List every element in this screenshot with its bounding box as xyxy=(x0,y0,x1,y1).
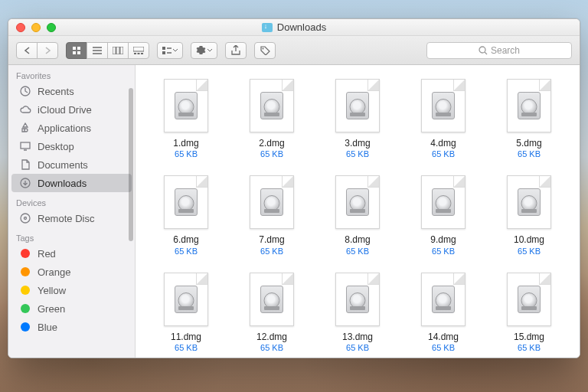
list-view-button[interactable] xyxy=(87,42,108,59)
toolbar: Search xyxy=(8,36,580,65)
finder-window: Downloads xyxy=(8,18,580,358)
sidebar-item-label: Blue xyxy=(38,322,57,333)
disc-icon xyxy=(19,212,31,224)
sidebar-item-label: Desktop xyxy=(38,141,74,152)
file-item[interactable]: 2.dmg 65 KB xyxy=(232,79,312,158)
file-name: 7.dmg xyxy=(259,234,284,245)
sidebar-item-desktop[interactable]: Desktop xyxy=(11,137,132,155)
zoom-button[interactable] xyxy=(47,23,56,32)
dmg-file-icon xyxy=(250,175,294,229)
disk-image-icon xyxy=(175,286,198,313)
file-item[interactable]: 4.dmg 65 KB xyxy=(403,79,483,158)
sidebar-item-label: iCloud Drive xyxy=(38,104,92,116)
dmg-file-icon xyxy=(421,79,466,132)
file-name: 14.dmg xyxy=(428,332,459,342)
dmg-file-icon xyxy=(164,79,208,132)
window-title: Downloads xyxy=(277,21,326,33)
sidebar-item-green[interactable]: Green xyxy=(11,299,132,318)
file-item[interactable]: 12.dmg 65 KB xyxy=(232,273,312,352)
tag-dot-icon xyxy=(21,322,30,332)
svg-rect-4 xyxy=(113,47,116,54)
gallery-view-button[interactable] xyxy=(128,42,149,59)
content-area[interactable]: 1.dmg 65 KB 2.dmg 65 KB 3.dmg 65 KB 4.dm… xyxy=(136,65,580,358)
file-item[interactable]: 11.dmg 65 KB xyxy=(146,273,226,352)
folder-icon xyxy=(262,23,273,32)
disk-image-icon xyxy=(260,188,283,216)
search-icon xyxy=(479,46,488,55)
file-size: 65 KB xyxy=(346,343,369,352)
window-body: FavoritesRecentsiCloud DriveApplications… xyxy=(8,65,580,358)
gear-icon xyxy=(196,45,206,55)
sidebar-item-red[interactable]: Red xyxy=(11,244,132,263)
arrange-group xyxy=(157,42,183,59)
icon-view-button[interactable] xyxy=(66,42,87,59)
minimize-button[interactable] xyxy=(31,23,41,32)
file-item[interactable]: 9.dmg 65 KB xyxy=(403,175,483,255)
file-item[interactable]: 15.dmg 65 KB xyxy=(489,273,569,352)
sidebar-item-recents[interactable]: Recents xyxy=(11,82,132,100)
file-name: 11.dmg xyxy=(171,332,201,342)
forward-button[interactable] xyxy=(37,42,58,59)
sidebar-header: Devices xyxy=(8,192,135,209)
titlebar[interactable]: Downloads xyxy=(8,19,580,36)
close-button[interactable] xyxy=(16,23,25,32)
file-item[interactable]: 14.dmg 65 KB xyxy=(403,273,483,352)
file-grid: 1.dmg 65 KB 2.dmg 65 KB 3.dmg 65 KB 4.dm… xyxy=(136,65,580,358)
sidebar-item-label: Remote Disc xyxy=(38,213,94,224)
disk-image-icon xyxy=(346,286,369,313)
sidebar-item-icloud-drive[interactable]: iCloud Drive xyxy=(11,100,132,119)
file-size: 65 KB xyxy=(175,149,198,158)
search-field[interactable]: Search xyxy=(426,42,572,59)
disk-image-icon xyxy=(260,286,283,313)
file-item[interactable]: 6.dmg 65 KB xyxy=(146,175,226,255)
file-size: 65 KB xyxy=(518,343,541,352)
file-item[interactable]: 8.dmg 65 KB xyxy=(318,175,397,255)
file-name: 2.dmg xyxy=(259,138,284,149)
svg-point-19 xyxy=(24,217,27,220)
file-name: 9.dmg xyxy=(430,234,456,245)
arrange-button[interactable] xyxy=(157,42,183,59)
file-item[interactable]: 1.dmg 65 KB xyxy=(146,79,226,158)
back-button[interactable] xyxy=(16,42,38,59)
disk-image-icon xyxy=(175,92,198,119)
column-view-button[interactable] xyxy=(107,42,129,59)
chevron-left-icon xyxy=(24,47,31,54)
share-button[interactable] xyxy=(225,42,247,59)
sidebar-item-documents[interactable]: Documents xyxy=(11,155,132,174)
file-item[interactable]: 3.dmg 65 KB xyxy=(318,79,397,158)
disk-image-icon xyxy=(432,286,455,313)
tags-button[interactable] xyxy=(254,42,276,59)
file-item[interactable]: 7.dmg 65 KB xyxy=(232,175,312,255)
file-item[interactable]: 13.dmg 65 KB xyxy=(318,273,397,352)
gallery-icon xyxy=(133,47,144,54)
sidebar: FavoritesRecentsiCloud DriveApplications… xyxy=(8,65,136,358)
document-icon xyxy=(19,158,31,171)
sidebar-item-label: Yellow xyxy=(38,285,66,296)
sidebar-scrollbar[interactable] xyxy=(129,88,133,241)
file-size: 65 KB xyxy=(432,149,455,158)
svg-rect-11 xyxy=(162,47,165,50)
disk-image-icon xyxy=(346,92,369,119)
file-size: 65 KB xyxy=(346,247,369,256)
sidebar-item-yellow[interactable]: Yellow xyxy=(11,281,132,299)
file-item[interactable]: 10.dmg 65 KB xyxy=(489,175,569,255)
action-button[interactable] xyxy=(191,42,217,59)
dmg-file-icon xyxy=(421,273,466,326)
nav-buttons xyxy=(16,42,58,59)
tag-dot-icon xyxy=(21,286,30,295)
file-name: 4.dmg xyxy=(430,138,456,149)
sidebar-item-blue[interactable]: Blue xyxy=(11,318,132,336)
sidebar-item-label: Green xyxy=(38,303,65,315)
file-item[interactable]: 5.dmg 65 KB xyxy=(489,79,569,158)
file-name: 15.dmg xyxy=(514,332,544,342)
disk-image-icon xyxy=(518,188,541,216)
sidebar-item-applications[interactable]: Applications xyxy=(11,119,132,137)
tag-dot-icon xyxy=(21,267,30,276)
sidebar-item-orange[interactable]: Orange xyxy=(11,263,132,281)
disk-image-icon xyxy=(175,188,198,216)
sidebar-item-downloads[interactable]: Downloads xyxy=(11,174,132,192)
dmg-file-icon xyxy=(250,79,294,132)
sidebar-item-remote-disc[interactable]: Remote Disc xyxy=(11,209,132,227)
disk-image-icon xyxy=(346,188,369,216)
svg-rect-6 xyxy=(120,47,123,54)
